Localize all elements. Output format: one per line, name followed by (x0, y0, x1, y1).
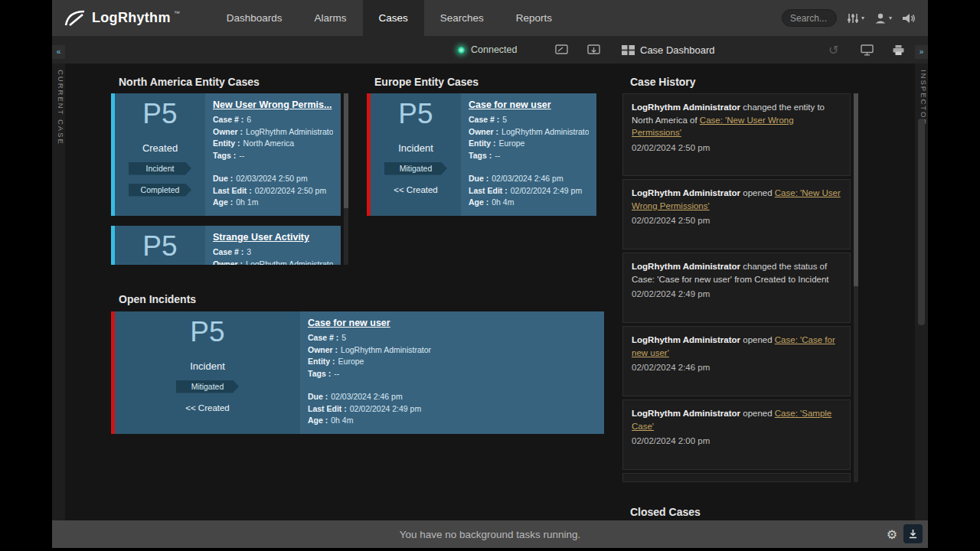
pin-widget-button[interactable] (555, 36, 568, 64)
field-value: 5 (502, 115, 507, 124)
logrhythm-app-window: LogRhythm ™ Dashboards Alarms Cases Sear… (52, 0, 928, 548)
case-card-new-user-wrong-permissions[interactable]: P5 Created Incident Completed New User W… (111, 93, 341, 216)
field-value: -- (334, 369, 339, 378)
history-timestamp: 02/02/2024 2:50 pm (632, 216, 841, 225)
section-title-north-america: North America Entity Cases (119, 76, 260, 88)
case-title-link[interactable]: Case for new user (308, 318, 596, 328)
case-details-panel: Case for new user Case # :5 Owner :LogRh… (300, 311, 604, 434)
case-details-panel: Case for new user Case # :5 Owner :LogRh… (461, 93, 596, 216)
field-label: Age : (469, 197, 488, 207)
case-field: Owner :LogRhythm Administrator (308, 344, 596, 357)
case-history-scrollbar[interactable] (854, 93, 858, 482)
case-history-entry[interactable]: LogRhythm Administrator opened Case: 'Ca… (622, 326, 851, 396)
field-value: 0h 4m (492, 197, 514, 207)
search-input[interactable] (782, 9, 837, 27)
main-content: CURRENT CASE INSPECTOR North America Ent… (52, 64, 928, 520)
scrollbar-thumb[interactable] (344, 93, 348, 208)
nav-tab-dashboards[interactable]: Dashboards (211, 0, 299, 36)
action-incident-button[interactable]: Incident (129, 162, 191, 175)
display-options-menu[interactable]: ▾ (847, 12, 864, 24)
print-button[interactable] (892, 36, 905, 64)
case-card-strange-user-activity[interactable]: P5 Strange User Activity Case # :3 Owner… (111, 226, 341, 265)
undo-button[interactable]: ↺ (828, 36, 838, 64)
nav-tab-reports[interactable]: Reports (500, 0, 568, 36)
case-field: Last Edit :02/02/2024 2:49 pm (469, 185, 589, 197)
history-action: opened (740, 409, 775, 418)
history-actor: LogRhythm Administrator (632, 335, 740, 344)
field-value: 02/03/2024 2:46 pm (492, 174, 563, 183)
user-menu[interactable]: ▾ (874, 12, 892, 24)
case-field: Owner :LogRhythm Administrator (213, 126, 333, 139)
nav-tab-searches[interactable]: Searches (424, 0, 500, 36)
pin-widget-icon (555, 44, 568, 55)
field-value: 02/02/2024 2:50 pm (255, 186, 326, 195)
action-completed-button[interactable]: Completed (129, 184, 191, 197)
case-field: Entity :Europe (469, 138, 589, 150)
case-field: Case # :5 (308, 332, 596, 344)
downloads-button[interactable] (903, 524, 923, 543)
case-summary-panel: P5 (115, 226, 205, 265)
nav-tab-cases[interactable]: Cases (363, 0, 424, 36)
field-label: Owner : (213, 127, 243, 136)
action-mitigated-button[interactable]: Mitigated (384, 162, 447, 175)
dashboard-grid-icon (622, 45, 635, 55)
case-field: Due :02/03/2024 2:50 pm (213, 173, 333, 185)
case-history-entry[interactable]: LogRhythm Administrator opened Case: 'Sa… (622, 399, 851, 470)
notifications-button[interactable] (902, 12, 916, 24)
history-actor: LogRhythm Administrator (632, 103, 740, 112)
field-label: Owner : (213, 259, 243, 266)
collapse-current-case-button[interactable]: « (52, 45, 65, 59)
case-field: Age :0h 1m (213, 197, 333, 209)
field-value: LogRhythm Administrator (341, 345, 431, 354)
previous-status-link[interactable]: << Created (394, 185, 438, 194)
field-label: Entity : (469, 139, 496, 148)
history-action: opened (740, 188, 775, 197)
section-title-closed-cases: Closed Cases (630, 506, 701, 518)
previous-status-link[interactable]: << Created (185, 403, 230, 412)
scrollbar-thumb[interactable] (854, 93, 858, 286)
field-label: Last Edit : (213, 186, 252, 195)
save-layout-button[interactable] (587, 36, 600, 64)
case-history-entry[interactable]: LogRhythm Administrator opened Case: 'Ne… (622, 179, 851, 249)
section-title-europe: Europe Entity Cases (374, 76, 479, 88)
history-entry-text: LogRhythm Administrator changed the stat… (632, 260, 841, 285)
case-card-case-for-new-user-open-incident[interactable]: P5 Incident Mitigated << Created Case fo… (111, 311, 604, 434)
case-history-entry[interactable]: LogRhythm Administrator changed the enti… (622, 93, 851, 176)
current-case-tab-label: CURRENT CASE (52, 70, 65, 145)
case-title-link[interactable]: Case for new user (469, 99, 589, 110)
case-title-link[interactable]: New User Wrong Permis... (213, 99, 333, 110)
field-label: Owner : (469, 127, 498, 136)
field-value: LogRhythm Administrator (501, 127, 589, 136)
case-summary-panel: P5 Created Incident Completed (115, 93, 205, 216)
main-scrollbar-thumb[interactable] (918, 119, 925, 325)
field-label: Age : (213, 197, 233, 207)
north-america-scrollbar[interactable] (344, 93, 348, 265)
dashboard-selector[interactable]: Case Dashboard (622, 36, 715, 64)
connected-indicator-icon (458, 47, 465, 54)
case-field: Entity :North America (213, 138, 333, 150)
dashboard-toolbar: Connected Case Dashboard ↺ (52, 36, 928, 64)
case-field: Tags :-- (469, 150, 589, 162)
case-card-case-for-new-user[interactable]: P5 Incident Mitigated << Created Case fo… (367, 93, 596, 216)
history-timestamp: 02/02/2024 2:46 pm (632, 363, 841, 372)
gear-icon[interactable]: ⚙ (887, 527, 897, 542)
announcement-icon (902, 12, 916, 24)
inspector-panel-tab[interactable]: INSPECTOR (915, 64, 928, 520)
section-title-open-incidents: Open Incidents (119, 293, 196, 305)
collapse-inspector-button[interactable]: » (915, 45, 928, 59)
field-label: Entity : (213, 139, 240, 148)
action-mitigated-button[interactable]: Mitigated (176, 380, 239, 393)
nav-tab-alarms[interactable]: Alarms (298, 0, 362, 36)
case-history-entry[interactable]: LogRhythm Administrator changed the stat… (622, 253, 851, 323)
current-case-panel-tab[interactable]: CURRENT CASE (52, 64, 65, 520)
field-value: Europe (338, 357, 364, 366)
case-status-label: Incident (190, 360, 225, 372)
logrhythm-logo: LogRhythm ™ (52, 0, 180, 36)
case-title-link[interactable]: Strange User Activity (213, 232, 333, 243)
dashboard-selector-label: Case Dashboard (640, 44, 715, 56)
present-dashboard-button[interactable] (861, 36, 874, 64)
top-nav: LogRhythm ™ Dashboards Alarms Cases Sear… (52, 0, 928, 36)
case-dates: Due :02/03/2024 2:46 pm Last Edit :02/02… (308, 391, 596, 427)
status-bar: You have no background tasks running. ⚙ (52, 520, 928, 548)
field-label: Age : (308, 416, 328, 425)
